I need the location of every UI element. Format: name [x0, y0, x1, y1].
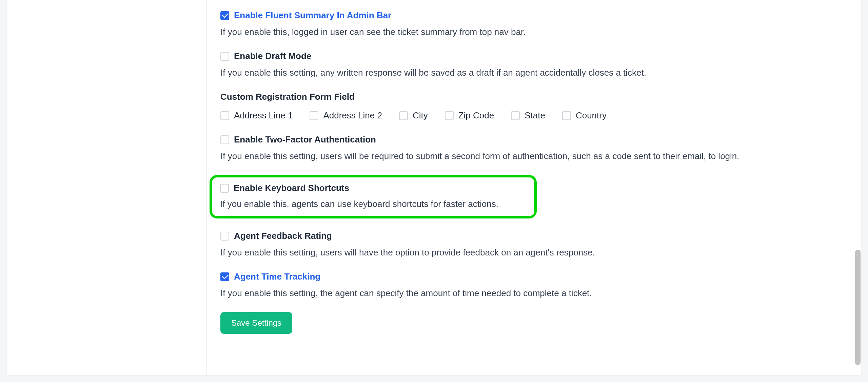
- checkbox-state[interactable]: [511, 111, 520, 120]
- settings-content: Enable Fluent Summary In Admin Bar If yo…: [207, 0, 845, 375]
- checkbox-agent-time-tracking[interactable]: [220, 272, 229, 281]
- label-agent-time-tracking[interactable]: Agent Time Tracking: [234, 271, 320, 282]
- sidebar-area: [7, 0, 207, 375]
- label-state[interactable]: State: [525, 110, 545, 121]
- section-custom-registration: Custom Registration Form Field Address L…: [220, 92, 831, 121]
- scrollbar-track[interactable]: [855, 0, 861, 375]
- field-address-line-2: Address Line 2: [310, 110, 382, 121]
- checkbox-two-factor[interactable]: [220, 135, 229, 144]
- checkbox-agent-feedback[interactable]: [220, 232, 229, 241]
- checkbox-city[interactable]: [399, 111, 408, 120]
- field-address-line-1: Address Line 1: [220, 110, 293, 121]
- label-zip-code[interactable]: Zip Code: [458, 110, 494, 121]
- checkbox-address-line-2[interactable]: [310, 111, 318, 120]
- field-country: Country: [562, 110, 607, 121]
- setting-two-factor: Enable Two-Factor Authentication If you …: [220, 134, 831, 163]
- label-agent-feedback[interactable]: Agent Feedback Rating: [234, 231, 332, 241]
- checkbox-fluent-summary[interactable]: [220, 11, 229, 20]
- field-state: State: [511, 110, 545, 121]
- checkbox-country[interactable]: [562, 111, 571, 120]
- field-zip-code: Zip Code: [445, 110, 494, 121]
- description-two-factor: If you enable this setting, users will b…: [220, 150, 831, 163]
- setting-agent-time-tracking: Agent Time Tracking If you enable this s…: [220, 271, 831, 300]
- scrollbar-thumb[interactable]: [855, 250, 861, 365]
- field-city: City: [399, 110, 428, 121]
- label-city[interactable]: City: [413, 110, 428, 121]
- checkbox-zip-code[interactable]: [445, 111, 454, 120]
- description-draft-mode: If you enable this setting, any written …: [220, 66, 831, 79]
- checkbox-keyboard-shortcuts[interactable]: [220, 184, 229, 193]
- checkbox-address-line-1[interactable]: [220, 111, 229, 120]
- save-settings-button[interactable]: Save Settings: [220, 312, 292, 334]
- label-keyboard-shortcuts[interactable]: Enable Keyboard Shortcuts: [234, 183, 349, 193]
- label-draft-mode[interactable]: Enable Draft Mode: [234, 51, 311, 61]
- label-address-line-2[interactable]: Address Line 2: [323, 110, 382, 121]
- heading-custom-registration: Custom Registration Form Field: [220, 92, 831, 102]
- setting-agent-feedback: Agent Feedback Rating If you enable this…: [220, 231, 831, 259]
- highlight-keyboard-shortcuts: Enable Keyboard Shortcuts If you enable …: [210, 175, 537, 218]
- label-country[interactable]: Country: [576, 110, 607, 121]
- description-agent-feedback: If you enable this setting, users will h…: [220, 246, 831, 259]
- checkbox-draft-mode[interactable]: [220, 52, 229, 61]
- description-keyboard-shortcuts: If you enable this, agents can use keybo…: [220, 197, 526, 211]
- label-address-line-1[interactable]: Address Line 1: [234, 110, 293, 121]
- setting-fluent-summary: Enable Fluent Summary In Admin Bar If yo…: [220, 10, 831, 39]
- label-two-factor[interactable]: Enable Two-Factor Authentication: [234, 134, 376, 145]
- setting-draft-mode: Enable Draft Mode If you enable this set…: [220, 51, 831, 79]
- description-agent-time-tracking: If you enable this setting, the agent ca…: [220, 287, 831, 300]
- label-fluent-summary[interactable]: Enable Fluent Summary In Admin Bar: [234, 10, 391, 21]
- description-fluent-summary: If you enable this, logged in user can s…: [220, 25, 831, 39]
